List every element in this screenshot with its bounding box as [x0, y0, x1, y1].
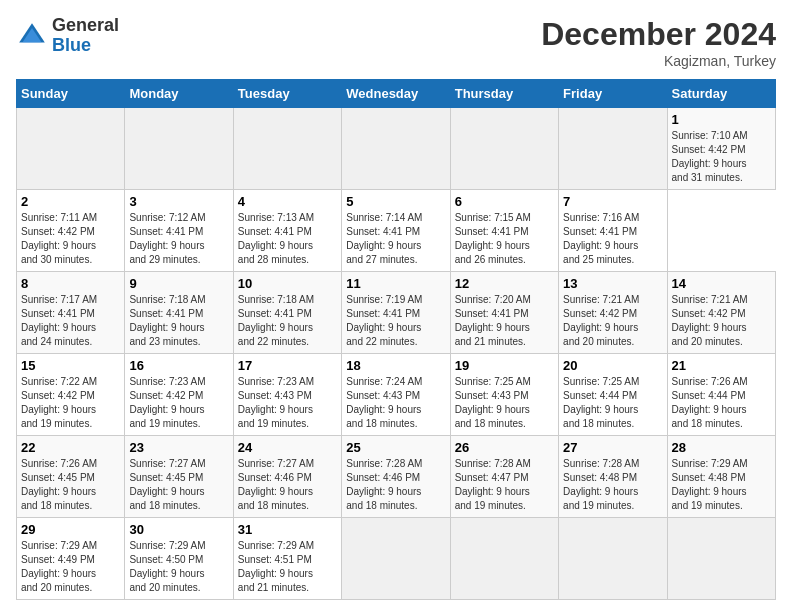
day-number: 8 — [21, 276, 120, 291]
day-info: Sunrise: 7:19 AMSunset: 4:41 PMDaylight:… — [346, 294, 422, 347]
day-number: 10 — [238, 276, 337, 291]
day-number: 13 — [563, 276, 662, 291]
empty-cell — [17, 108, 125, 190]
day-info: Sunrise: 7:25 AMSunset: 4:44 PMDaylight:… — [563, 376, 639, 429]
calendar-day-9: 9Sunrise: 7:18 AMSunset: 4:41 PMDaylight… — [125, 272, 233, 354]
day-number: 21 — [672, 358, 771, 373]
weekday-header-saturday: Saturday — [667, 80, 775, 108]
calendar-day-12: 12Sunrise: 7:20 AMSunset: 4:41 PMDayligh… — [450, 272, 558, 354]
day-info: Sunrise: 7:16 AMSunset: 4:41 PMDaylight:… — [563, 212, 639, 265]
day-number: 3 — [129, 194, 228, 209]
calendar-table: SundayMondayTuesdayWednesdayThursdayFrid… — [16, 79, 776, 600]
day-number: 22 — [21, 440, 120, 455]
weekday-header-tuesday: Tuesday — [233, 80, 341, 108]
day-number: 7 — [563, 194, 662, 209]
day-info: Sunrise: 7:13 AMSunset: 4:41 PMDaylight:… — [238, 212, 314, 265]
day-info: Sunrise: 7:11 AMSunset: 4:42 PMDaylight:… — [21, 212, 97, 265]
calendar-day-30: 30Sunrise: 7:29 AMSunset: 4:50 PMDayligh… — [125, 518, 233, 600]
empty-cell — [233, 108, 341, 190]
day-info: Sunrise: 7:23 AMSunset: 4:42 PMDaylight:… — [129, 376, 205, 429]
empty-cell — [342, 518, 450, 600]
day-number: 17 — [238, 358, 337, 373]
weekday-header-wednesday: Wednesday — [342, 80, 450, 108]
calendar-day-17: 17Sunrise: 7:23 AMSunset: 4:43 PMDayligh… — [233, 354, 341, 436]
calendar-week-3: 8Sunrise: 7:17 AMSunset: 4:41 PMDaylight… — [17, 272, 776, 354]
calendar-day-3: 3Sunrise: 7:12 AMSunset: 4:41 PMDaylight… — [125, 190, 233, 272]
day-number: 4 — [238, 194, 337, 209]
calendar-day-19: 19Sunrise: 7:25 AMSunset: 4:43 PMDayligh… — [450, 354, 558, 436]
day-info: Sunrise: 7:22 AMSunset: 4:42 PMDaylight:… — [21, 376, 97, 429]
day-number: 6 — [455, 194, 554, 209]
calendar-day-16: 16Sunrise: 7:23 AMSunset: 4:42 PMDayligh… — [125, 354, 233, 436]
calendar-day-5: 5Sunrise: 7:14 AMSunset: 4:41 PMDaylight… — [342, 190, 450, 272]
day-number: 11 — [346, 276, 445, 291]
weekday-header-thursday: Thursday — [450, 80, 558, 108]
day-info: Sunrise: 7:17 AMSunset: 4:41 PMDaylight:… — [21, 294, 97, 347]
calendar-day-27: 27Sunrise: 7:28 AMSunset: 4:48 PMDayligh… — [559, 436, 667, 518]
calendar-day-13: 13Sunrise: 7:21 AMSunset: 4:42 PMDayligh… — [559, 272, 667, 354]
day-info: Sunrise: 7:18 AMSunset: 4:41 PMDaylight:… — [238, 294, 314, 347]
calendar-day-14: 14Sunrise: 7:21 AMSunset: 4:42 PMDayligh… — [667, 272, 775, 354]
calendar-day-10: 10Sunrise: 7:18 AMSunset: 4:41 PMDayligh… — [233, 272, 341, 354]
day-number: 19 — [455, 358, 554, 373]
day-info: Sunrise: 7:21 AMSunset: 4:42 PMDaylight:… — [672, 294, 748, 347]
weekday-header-sunday: Sunday — [17, 80, 125, 108]
day-info: Sunrise: 7:18 AMSunset: 4:41 PMDaylight:… — [129, 294, 205, 347]
calendar-day-1: 1Sunrise: 7:10 AMSunset: 4:42 PMDaylight… — [667, 108, 775, 190]
day-info: Sunrise: 7:25 AMSunset: 4:43 PMDaylight:… — [455, 376, 531, 429]
empty-cell — [342, 108, 450, 190]
calendar-day-28: 28Sunrise: 7:29 AMSunset: 4:48 PMDayligh… — [667, 436, 775, 518]
empty-cell — [125, 108, 233, 190]
day-info: Sunrise: 7:20 AMSunset: 4:41 PMDaylight:… — [455, 294, 531, 347]
day-info: Sunrise: 7:29 AMSunset: 4:50 PMDaylight:… — [129, 540, 205, 593]
day-number: 14 — [672, 276, 771, 291]
day-info: Sunrise: 7:15 AMSunset: 4:41 PMDaylight:… — [455, 212, 531, 265]
weekday-header-monday: Monday — [125, 80, 233, 108]
day-number: 9 — [129, 276, 228, 291]
day-info: Sunrise: 7:26 AMSunset: 4:45 PMDaylight:… — [21, 458, 97, 511]
day-info: Sunrise: 7:28 AMSunset: 4:46 PMDaylight:… — [346, 458, 422, 511]
calendar-week-2: 2Sunrise: 7:11 AMSunset: 4:42 PMDaylight… — [17, 190, 776, 272]
calendar-day-23: 23Sunrise: 7:27 AMSunset: 4:45 PMDayligh… — [125, 436, 233, 518]
calendar-day-4: 4Sunrise: 7:13 AMSunset: 4:41 PMDaylight… — [233, 190, 341, 272]
weekday-header-friday: Friday — [559, 80, 667, 108]
empty-cell — [450, 108, 558, 190]
calendar-day-15: 15Sunrise: 7:22 AMSunset: 4:42 PMDayligh… — [17, 354, 125, 436]
calendar-week-4: 15Sunrise: 7:22 AMSunset: 4:42 PMDayligh… — [17, 354, 776, 436]
day-number: 23 — [129, 440, 228, 455]
calendar-day-11: 11Sunrise: 7:19 AMSunset: 4:41 PMDayligh… — [342, 272, 450, 354]
day-number: 27 — [563, 440, 662, 455]
empty-cell — [667, 518, 775, 600]
logo: General Blue — [16, 16, 119, 56]
month-title: December 2024 — [541, 16, 776, 53]
title-area: December 2024 Kagizman, Turkey — [541, 16, 776, 69]
calendar-day-26: 26Sunrise: 7:28 AMSunset: 4:47 PMDayligh… — [450, 436, 558, 518]
day-number: 31 — [238, 522, 337, 537]
day-info: Sunrise: 7:27 AMSunset: 4:45 PMDaylight:… — [129, 458, 205, 511]
day-number: 1 — [672, 112, 771, 127]
day-number: 5 — [346, 194, 445, 209]
day-info: Sunrise: 7:27 AMSunset: 4:46 PMDaylight:… — [238, 458, 314, 511]
day-info: Sunrise: 7:28 AMSunset: 4:47 PMDaylight:… — [455, 458, 531, 511]
day-number: 15 — [21, 358, 120, 373]
calendar-day-22: 22Sunrise: 7:26 AMSunset: 4:45 PMDayligh… — [17, 436, 125, 518]
calendar-week-1: 1Sunrise: 7:10 AMSunset: 4:42 PMDaylight… — [17, 108, 776, 190]
day-number: 20 — [563, 358, 662, 373]
calendar-day-21: 21Sunrise: 7:26 AMSunset: 4:44 PMDayligh… — [667, 354, 775, 436]
calendar-day-18: 18Sunrise: 7:24 AMSunset: 4:43 PMDayligh… — [342, 354, 450, 436]
day-number: 12 — [455, 276, 554, 291]
weekday-header-row: SundayMondayTuesdayWednesdayThursdayFrid… — [17, 80, 776, 108]
empty-cell — [450, 518, 558, 600]
empty-cell — [559, 108, 667, 190]
day-number: 29 — [21, 522, 120, 537]
day-info: Sunrise: 7:26 AMSunset: 4:44 PMDaylight:… — [672, 376, 748, 429]
day-info: Sunrise: 7:10 AMSunset: 4:42 PMDaylight:… — [672, 130, 748, 183]
day-info: Sunrise: 7:29 AMSunset: 4:51 PMDaylight:… — [238, 540, 314, 593]
calendar-day-6: 6Sunrise: 7:15 AMSunset: 4:41 PMDaylight… — [450, 190, 558, 272]
header: General Blue December 2024 Kagizman, Tur… — [16, 16, 776, 69]
calendar-day-8: 8Sunrise: 7:17 AMSunset: 4:41 PMDaylight… — [17, 272, 125, 354]
day-number: 16 — [129, 358, 228, 373]
logo-text: General Blue — [52, 16, 119, 56]
day-number: 2 — [21, 194, 120, 209]
calendar-day-25: 25Sunrise: 7:28 AMSunset: 4:46 PMDayligh… — [342, 436, 450, 518]
